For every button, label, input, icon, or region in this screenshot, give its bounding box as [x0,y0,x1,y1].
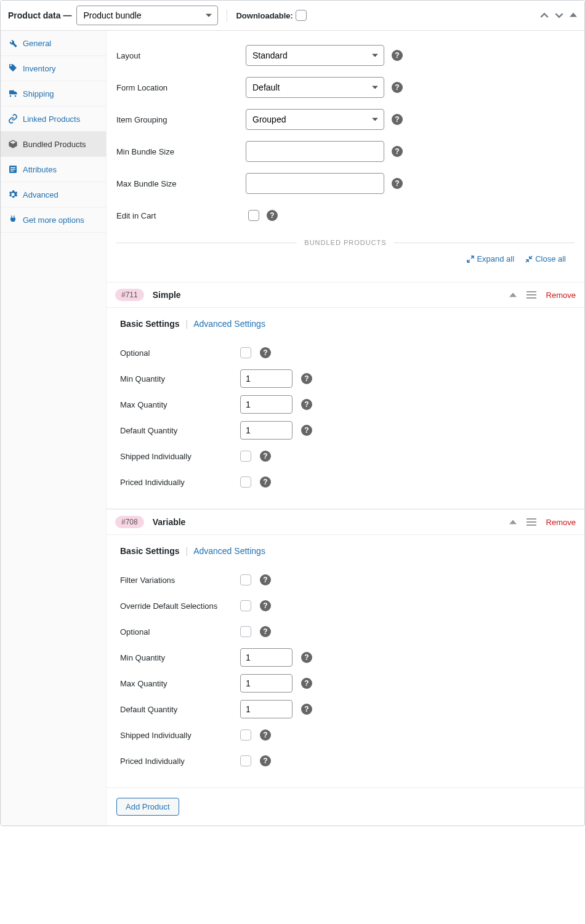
priced-checkbox[interactable] [240,476,251,488]
help-icon[interactable]: ? [267,210,278,221]
header-title: Product data — [8,10,71,20]
toggle-icon[interactable] [509,518,517,526]
content-area: Layout Standard ? Form Location Default … [107,31,584,826]
help-icon[interactable]: ? [301,399,312,410]
help-icon[interactable]: ? [301,652,312,663]
min-qty-label: Min Quantity [120,653,240,662]
help-icon[interactable]: ? [260,626,271,637]
sidebar-item-label: General [23,39,51,48]
help-icon[interactable]: ? [392,146,403,157]
item-grouping-select[interactable]: Grouped [246,109,384,130]
advanced-settings-tab[interactable]: Advanced Settings [193,546,265,556]
panel-header: Product data — Product bundle Downloadab… [1,1,584,31]
move-down-icon[interactable] [555,11,563,20]
help-icon[interactable]: ? [392,178,403,189]
max-qty-label: Max Quantity [120,679,240,688]
product-type-select[interactable]: Product bundle [76,6,218,25]
sidebar-item-general[interactable]: General [1,31,106,56]
basic-settings-tab[interactable]: Basic Settings [120,546,179,556]
drag-icon[interactable] [526,518,536,526]
form-location-select[interactable]: Default [246,77,384,98]
help-icon[interactable]: ? [260,476,271,488]
max-bundle-input[interactable] [246,173,384,194]
help-icon[interactable]: ? [260,574,271,585]
optional-checkbox[interactable] [240,626,251,637]
remove-link[interactable]: Remove [546,518,576,527]
downloadable-checkbox[interactable] [296,10,307,21]
item-name: Simple [153,290,181,300]
close-all-link[interactable]: Close all [525,254,566,263]
help-icon[interactable]: ? [392,50,403,61]
min-qty-input[interactable] [240,369,292,388]
shipped-label: Shipped Individually [120,731,240,740]
max-qty-input[interactable] [240,674,292,693]
sidebar-item-shipping[interactable]: Shipping [1,81,106,106]
bundled-item-header[interactable]: #711 Simple Remove [107,282,584,308]
shipped-checkbox[interactable] [240,451,251,462]
item-id-badge: #711 [115,289,144,301]
sidebar-item-more[interactable]: Get more options [1,207,106,233]
sidebar-item-label: Shipping [23,89,54,98]
help-icon[interactable]: ? [301,373,312,384]
filter-var-checkbox[interactable] [240,574,251,585]
help-icon[interactable]: ? [260,347,271,358]
truck-icon [8,89,18,98]
sidebar-item-attributes[interactable]: Attributes [1,157,106,182]
override-label: Override Default Selections [120,601,240,611]
sidebar-item-label: Advanced [23,190,58,199]
help-icon[interactable]: ? [301,678,312,689]
sidebar-item-label: Linked Products [23,114,80,124]
link-icon [8,114,18,124]
help-icon[interactable]: ? [260,451,271,462]
help-icon[interactable]: ? [392,114,403,125]
max-qty-input[interactable] [240,395,292,414]
min-bundle-input[interactable] [246,141,384,162]
optional-checkbox[interactable] [240,347,251,358]
edit-cart-label: Edit in Cart [116,211,246,220]
tag-icon [8,63,18,73]
shipped-label: Shipped Individually [120,452,240,461]
basic-settings-tab[interactable]: Basic Settings [120,319,179,329]
help-icon[interactable]: ? [301,425,312,436]
help-icon[interactable]: ? [301,704,312,715]
item-grouping-label: Item Grouping [116,115,246,124]
remove-link[interactable]: Remove [546,291,576,300]
sidebar-item-label: Bundled Products [23,140,86,149]
add-product-button[interactable]: Add Product [116,798,179,816]
sidebar-item-linked[interactable]: Linked Products [1,106,106,132]
svg-rect-1 [10,167,15,168]
sidebar-item-bundled[interactable]: Bundled Products [1,132,106,157]
optional-label: Optional [120,627,240,637]
drag-icon[interactable] [526,291,536,299]
min-qty-label: Min Quantity [120,374,240,384]
collapse-icon[interactable] [570,11,577,20]
advanced-settings-tab[interactable]: Advanced Settings [193,319,265,329]
edit-cart-checkbox[interactable] [248,210,259,221]
def-qty-label: Default Quantity [120,705,240,714]
override-checkbox[interactable] [240,600,251,611]
plug-icon [8,215,18,225]
move-up-icon[interactable] [540,11,549,20]
min-bundle-label: Min Bundle Size [116,147,246,156]
priced-label: Priced Individually [120,478,240,487]
expand-all-link[interactable]: Expand all [467,254,514,263]
svg-rect-2 [10,169,15,169]
help-icon[interactable]: ? [392,82,403,93]
toggle-icon[interactable] [509,291,517,299]
priced-checkbox[interactable] [240,755,251,766]
layout-select[interactable]: Standard [246,45,384,66]
shipped-checkbox[interactable] [240,729,251,741]
sidebar-item-advanced[interactable]: Advanced [1,182,106,207]
filter-var-label: Filter Variations [120,576,240,585]
max-qty-label: Max Quantity [120,400,240,409]
sidebar-item-inventory[interactable]: Inventory [1,56,106,81]
help-icon[interactable]: ? [260,600,271,611]
def-qty-input[interactable] [240,700,292,718]
def-qty-input[interactable] [240,421,292,440]
help-icon[interactable]: ? [260,729,271,741]
divider [227,9,227,22]
help-icon[interactable]: ? [260,755,271,766]
min-qty-input[interactable] [240,648,292,667]
bundled-item-header[interactable]: #708 Variable Remove [107,509,584,535]
sidebar: General Inventory Shipping Linked Produc… [1,31,107,826]
